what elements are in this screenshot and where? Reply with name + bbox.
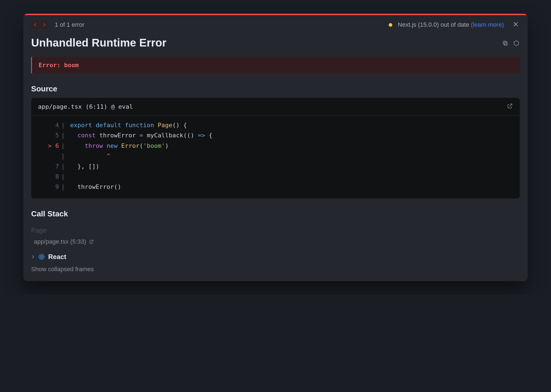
version-status-text: Next.js (15.0.0) out of date (learn more… (398, 21, 504, 28)
error-nav-group: 1 of 1 error (31, 21, 85, 29)
source-code-body: 4| export default function Page() { 5| c… (31, 116, 520, 198)
code-gutter-pipe: | (61, 130, 70, 140)
svg-point-2 (41, 256, 42, 257)
code-gutter: 9 (33, 182, 61, 192)
code-line: 8| (33, 172, 518, 182)
code-content: export default function Page() { (70, 120, 187, 130)
external-link-icon (507, 103, 513, 109)
overlay-header-row: Unhandled Runtime Error (23, 29, 528, 53)
show-collapsed-frames-link[interactable]: Show collapsed frames (31, 266, 520, 273)
react-frames-toggle[interactable]: React (31, 253, 520, 261)
stack-frame: Page app/page.tsx (5:33) (31, 223, 520, 245)
source-location-header: app/page.tsx (6:11) @ eval (31, 98, 520, 116)
overlay-status-group: Next.js (15.0.0) out of date (learn more… (389, 20, 520, 29)
learn-more-link[interactable]: (learn more) (471, 21, 504, 28)
code-line: > 6| throw new Error('boom') (33, 141, 518, 151)
arrow-left-icon (33, 23, 37, 27)
overlay-topbar: 1 of 1 error Next.js (15.0.0) out of dat… (23, 15, 528, 29)
code-gutter: 4 (33, 120, 61, 130)
source-code-card: app/page.tsx (6:11) @ eval 4| export def… (31, 98, 520, 198)
code-gutter: 8 (33, 172, 61, 182)
status-dot-icon (389, 23, 392, 27)
error-title: Unhandled Runtime Error (31, 37, 166, 49)
code-content: throw new Error('boom') (70, 141, 169, 151)
code-gutter-pipe: | (61, 161, 70, 172)
react-frames-label: React (48, 253, 66, 261)
nodejs-button[interactable] (513, 40, 520, 47)
prev-error-button[interactable] (31, 21, 39, 29)
callstack-heading: Call Stack (31, 209, 520, 218)
stack-frame-function: Page (31, 227, 520, 234)
react-logo-icon (38, 254, 45, 260)
code-line: 4| export default function Page() { (33, 120, 518, 130)
external-link-icon (89, 239, 94, 244)
code-gutter-pipe: | (61, 120, 70, 130)
close-icon (513, 21, 519, 27)
code-gutter-pipe: | (61, 172, 70, 182)
hexagon-icon (513, 40, 519, 46)
code-line: 5| const throwError = myCallback(() => { (33, 130, 518, 140)
arrow-right-icon (42, 23, 46, 27)
code-gutter: 5 (33, 130, 61, 140)
stack-frame-location[interactable]: app/page.tsx (5:33) (31, 238, 520, 245)
source-heading: Source (31, 85, 520, 93)
source-location-text: app/page.tsx (6:11) @ eval (38, 103, 133, 110)
code-gutter-pipe: | (61, 151, 70, 161)
code-line: | ^ (33, 151, 518, 161)
code-gutter-pipe: | (61, 141, 70, 151)
open-in-editor-button[interactable] (507, 103, 513, 110)
svg-rect-1 (503, 41, 506, 44)
stack-frame-location-text: app/page.tsx (5:33) (34, 238, 86, 245)
close-button[interactable] (512, 20, 520, 29)
error-message-banner: Error: boom (31, 57, 520, 74)
code-content: ^ (70, 151, 110, 161)
svg-rect-0 (504, 42, 507, 45)
code-gutter: > 6 (33, 141, 61, 151)
chevron-right-icon (31, 253, 35, 260)
title-action-group (502, 40, 520, 47)
code-gutter (33, 151, 61, 161)
code-line: 9| throwError() (33, 182, 518, 192)
code-content: }, []) (70, 161, 99, 172)
code-gutter: 7 (33, 161, 61, 172)
code-content: throwError() (70, 182, 121, 192)
code-gutter-pipe: | (61, 182, 70, 192)
code-line: 7| }, []) (33, 161, 518, 172)
next-error-button[interactable] (40, 21, 48, 29)
error-overlay-panel: 1 of 1 error Next.js (15.0.0) out of dat… (23, 14, 528, 281)
error-counter: 1 of 1 error (55, 21, 85, 28)
copy-button[interactable] (502, 40, 509, 47)
code-content: const throwError = myCallback(() => { (70, 130, 213, 140)
version-text: Next.js (15.0.0) out of date (398, 21, 469, 28)
copy-icon (502, 40, 508, 46)
